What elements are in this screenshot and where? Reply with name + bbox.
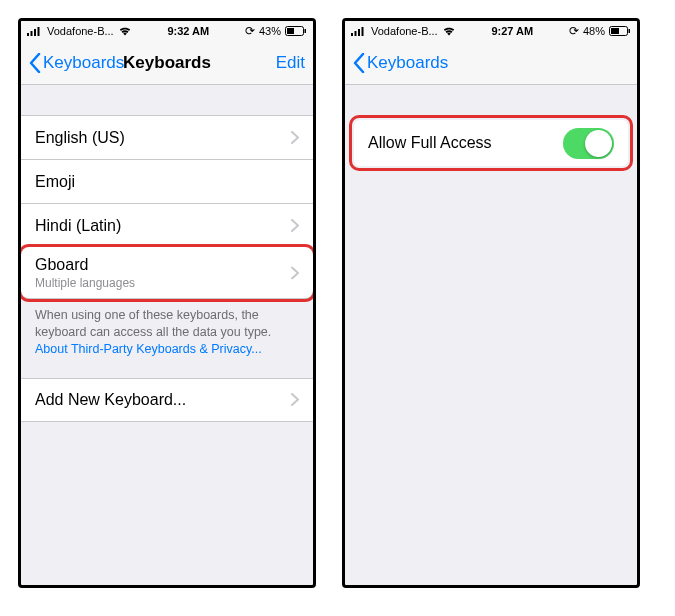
svg-rect-9 xyxy=(358,29,360,36)
battery-percent: 48% xyxy=(583,25,605,37)
svg-rect-5 xyxy=(287,28,294,34)
row-hindi[interactable]: Hindi (Latin) xyxy=(21,203,313,247)
time-label: 9:32 AM xyxy=(167,25,209,37)
back-label: Keyboards xyxy=(367,53,448,73)
svg-rect-3 xyxy=(38,27,40,36)
chevron-right-icon xyxy=(291,219,299,232)
footer-text: When using one of these keyboards, the k… xyxy=(21,299,313,366)
row-english[interactable]: English (US) xyxy=(21,115,313,159)
battery-percent: 43% xyxy=(259,25,281,37)
row-gboard[interactable]: Gboard Multiple languages xyxy=(21,247,313,299)
row-add-keyboard[interactable]: Add New Keyboard... xyxy=(21,378,313,422)
edit-button[interactable]: Edit xyxy=(276,53,305,73)
nav-bar: Keyboards Keyboards Edit xyxy=(21,41,313,85)
nav-bar: Keyboards xyxy=(345,41,637,85)
chevron-right-icon xyxy=(291,393,299,406)
status-bar: Vodafone-B... 9:27 AM ⟳ 48% xyxy=(345,21,637,41)
page-title: Keyboards xyxy=(123,53,211,73)
svg-rect-12 xyxy=(611,28,619,34)
status-bar: Vodafone-B... 9:32 AM ⟳ 43% xyxy=(21,21,313,41)
row-label: Hindi (Latin) xyxy=(35,217,121,235)
row-label: Emoji xyxy=(35,173,75,191)
privacy-link[interactable]: About Third-Party Keyboards & Privacy... xyxy=(35,342,262,356)
sync-icon: ⟳ xyxy=(569,24,579,38)
svg-rect-1 xyxy=(31,31,33,36)
toggle-knob xyxy=(585,130,612,157)
back-button[interactable]: Keyboards xyxy=(29,53,124,73)
phone-left: Vodafone-B... 9:32 AM ⟳ 43% Keyboards Ke… xyxy=(18,18,316,588)
row-emoji[interactable]: Emoji xyxy=(21,159,313,203)
chevron-right-icon xyxy=(291,131,299,144)
allow-full-access-toggle[interactable] xyxy=(563,128,614,159)
signal-icon xyxy=(27,26,43,36)
chevron-left-icon xyxy=(29,53,41,73)
svg-rect-10 xyxy=(362,27,364,36)
time-label: 9:27 AM xyxy=(491,25,533,37)
back-label: Keyboards xyxy=(43,53,124,73)
svg-rect-13 xyxy=(628,29,630,33)
phone-right: Vodafone-B... 9:27 AM ⟳ 48% Keyboards Al… xyxy=(342,18,640,588)
svg-rect-6 xyxy=(304,29,306,33)
footer-text-body: When using one of these keyboards, the k… xyxy=(35,308,271,339)
toggle-label: Allow Full Access xyxy=(368,134,563,152)
row-subtitle: Multiple languages xyxy=(35,276,135,290)
svg-rect-2 xyxy=(34,29,36,36)
wifi-icon xyxy=(442,26,456,36)
wifi-icon xyxy=(118,26,132,36)
sync-icon: ⟳ xyxy=(245,24,255,38)
row-label: English (US) xyxy=(35,129,125,147)
battery-icon xyxy=(609,26,631,36)
chevron-right-icon xyxy=(291,267,299,280)
chevron-left-icon xyxy=(353,53,365,73)
row-label: Add New Keyboard... xyxy=(35,391,186,409)
row-label: Gboard xyxy=(35,256,88,274)
svg-rect-0 xyxy=(27,33,29,36)
svg-rect-8 xyxy=(355,31,357,36)
battery-icon xyxy=(285,26,307,36)
svg-rect-7 xyxy=(351,33,353,36)
carrier-label: Vodafone-B... xyxy=(47,25,114,37)
row-allow-full-access[interactable]: Allow Full Access xyxy=(354,120,628,166)
highlight-box: Allow Full Access xyxy=(349,115,633,171)
carrier-label: Vodafone-B... xyxy=(371,25,438,37)
back-button[interactable]: Keyboards xyxy=(353,53,448,73)
signal-icon xyxy=(351,26,367,36)
